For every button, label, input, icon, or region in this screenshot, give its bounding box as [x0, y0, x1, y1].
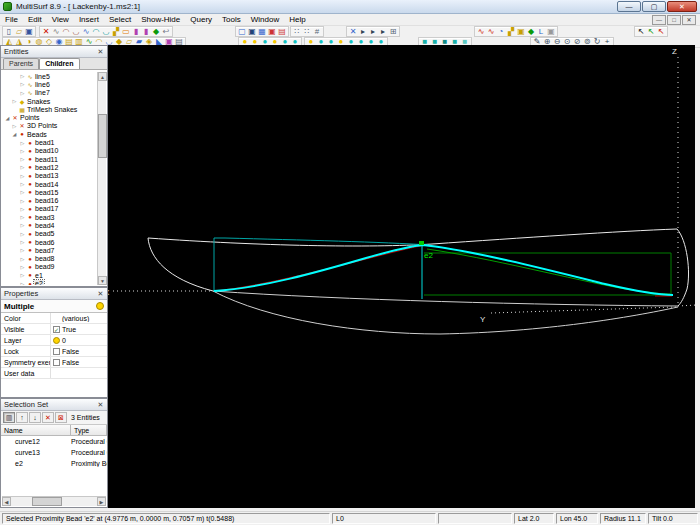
toolbar-icon[interactable]: ✕: [348, 27, 358, 37]
toolbar-icon[interactable]: ◆: [151, 27, 161, 37]
selection-set-tool-button[interactable]: ↓: [29, 412, 41, 423]
tree-item[interactable]: ▷ ● bead12: [2, 163, 99, 171]
column-header-name[interactable]: Name: [1, 425, 71, 435]
tree-item[interactable]: ▷ ● bead16: [2, 196, 99, 204]
menu-item[interactable]: Edit: [23, 14, 47, 26]
property-value-icon[interactable]: [53, 337, 60, 344]
property-row[interactable]: User data: [1, 368, 107, 379]
toolbar-icon[interactable]: ◆: [526, 27, 536, 37]
expand-arrow-icon[interactable]: ▷: [11, 98, 18, 104]
property-value-icon[interactable]: [53, 359, 60, 366]
toolbar-icon[interactable]: ▱: [14, 27, 24, 37]
selection-set-tool-button[interactable]: ✕: [42, 412, 54, 423]
menu-item[interactable]: Help: [284, 14, 310, 26]
toolbar-icon[interactable]: ↖: [656, 27, 666, 37]
selection-set-tool-button[interactable]: ⊠: [55, 412, 67, 423]
expand-arrow-icon[interactable]: ▷: [19, 164, 26, 170]
tree-item[interactable]: ▷ ∿ line5: [2, 72, 99, 80]
tree-item[interactable]: ▦ TriMesh Snakes: [2, 105, 99, 113]
visibility-bulb-icon[interactable]: [96, 302, 104, 310]
expand-arrow-icon[interactable]: ▷: [19, 239, 26, 245]
expand-arrow-icon[interactable]: ◢: [4, 115, 11, 121]
tree-item[interactable]: ▷ ● bead17: [2, 205, 99, 213]
tree-item[interactable]: ▷ ✕ 3D Points: [2, 122, 99, 130]
menu-item[interactable]: View: [47, 14, 74, 26]
toolbar-icon[interactable]: ▣: [516, 27, 526, 37]
toolbar-icon[interactable]: ▸: [358, 27, 368, 37]
property-value[interactable]: [51, 370, 107, 377]
toolbar-icon[interactable]: ▞: [506, 27, 516, 37]
table-row[interactable]: curve12 Procedural C: [1, 436, 107, 447]
selection-set-hscrollbar[interactable]: ◀ ▶: [2, 496, 106, 506]
expand-arrow-icon[interactable]: ▷: [19, 189, 26, 195]
toolbar-icon[interactable]: L: [536, 27, 546, 37]
tree-item[interactable]: ▷ ● bead15: [2, 188, 99, 196]
tree-item[interactable]: ▷ ● bead9: [2, 263, 99, 271]
table-row[interactable]: curve13 Procedural C: [1, 447, 107, 458]
toolbar-icon[interactable]: ✕: [41, 27, 51, 37]
tree-item[interactable]: ▷ ● e1: [2, 271, 99, 279]
tree-item[interactable]: ▷ ● bead14: [2, 180, 99, 188]
tree-item[interactable]: ▷ ● bead10: [2, 147, 99, 155]
tree-item[interactable]: ▷ ● bead6: [2, 238, 99, 246]
expand-arrow-icon[interactable]: ▷: [19, 247, 26, 253]
toolbar-icon[interactable]: ▭: [121, 27, 131, 37]
property-value-icon[interactable]: [53, 348, 60, 355]
toolbar-icon[interactable]: ▸: [378, 27, 388, 37]
tree-item[interactable]: ▷ ● bead1: [2, 138, 99, 146]
entities-tab[interactable]: Children: [39, 58, 79, 69]
expand-arrow-icon[interactable]: ▷: [11, 123, 18, 129]
property-value[interactable]: False: [51, 359, 107, 366]
toolbar-icon[interactable]: ∷: [302, 27, 312, 37]
close-button[interactable]: ✕: [667, 1, 697, 12]
expand-arrow-icon[interactable]: ▷: [19, 206, 26, 212]
toolbar-icon[interactable]: ∷: [292, 27, 302, 37]
expand-arrow-icon[interactable]: ▷: [19, 222, 26, 228]
toolbar-icon[interactable]: ▞: [111, 27, 121, 37]
property-value[interactable]: 0: [51, 337, 107, 344]
expand-arrow-icon[interactable]: ▷: [19, 231, 26, 237]
tree-item[interactable]: ◢ ✕ Points: [2, 113, 99, 121]
toolbar-icon[interactable]: ⊞: [388, 27, 398, 37]
entities-tab[interactable]: Parents: [3, 58, 39, 69]
selection-set-tool-button[interactable]: ▥: [3, 412, 15, 423]
expand-arrow-icon[interactable]: ▷: [19, 264, 26, 270]
expand-arrow-icon[interactable]: ▷: [19, 148, 26, 154]
expand-arrow-icon[interactable]: ▷: [19, 256, 26, 262]
toolbar-icon[interactable]: ◡: [71, 27, 81, 37]
scroll-right-icon[interactable]: ▶: [97, 497, 106, 506]
menu-item[interactable]: Query: [185, 14, 217, 26]
mdi-minimize-button[interactable]: —: [652, 15, 666, 25]
expand-arrow-icon[interactable]: ▷: [19, 272, 26, 278]
expand-arrow-icon[interactable]: ▷: [19, 214, 26, 220]
expand-arrow-icon[interactable]: ▷: [19, 198, 26, 204]
toolbar-icon[interactable]: ▢: [237, 27, 247, 37]
toolbar-icon[interactable]: ∿: [51, 27, 61, 37]
expand-arrow-icon[interactable]: ▷: [19, 156, 26, 162]
menu-item[interactable]: Insert: [74, 14, 104, 26]
maximize-button[interactable]: ▢: [642, 1, 666, 12]
hscroll-thumb[interactable]: [32, 497, 62, 506]
scroll-down-icon[interactable]: ▼: [98, 276, 107, 285]
property-row[interactable]: Visible ✓ True: [1, 324, 107, 335]
entities-close-icon[interactable]: ✕: [96, 47, 105, 56]
title-bar[interactable]: MultiSurf 8.9 - [ Lackenby-1.ms2:1] — ▢ …: [0, 0, 700, 14]
tree-item[interactable]: ▷ ● bead4: [2, 221, 99, 229]
viewport-canvas[interactable]: ZYXe2: [108, 45, 695, 508]
toolbar-icon[interactable]: ◠: [91, 27, 101, 37]
toolbar-icon[interactable]: ▮: [141, 27, 151, 37]
mdi-close-button[interactable]: ✕: [682, 15, 696, 25]
property-row[interactable]: Lock False: [1, 346, 107, 357]
tree-item[interactable]: ▷ ● e2: [2, 279, 99, 285]
tree-item[interactable]: ▷ ∿ line7: [2, 89, 99, 97]
toolbar-icon[interactable]: ◡: [101, 27, 111, 37]
property-value[interactable]: (various): [51, 315, 107, 322]
scroll-left-icon[interactable]: ◀: [2, 497, 11, 506]
toolbar-icon[interactable]: ∿: [81, 27, 91, 37]
property-row[interactable]: Color (various): [1, 313, 107, 324]
toolbar-icon[interactable]: ▯: [4, 27, 14, 37]
menu-item[interactable]: Window: [246, 14, 284, 26]
property-row[interactable]: Symmetry exempt False: [1, 357, 107, 368]
expand-arrow-icon[interactable]: ▷: [19, 181, 26, 187]
tree-item[interactable]: ◢ ● Beads: [2, 130, 99, 138]
